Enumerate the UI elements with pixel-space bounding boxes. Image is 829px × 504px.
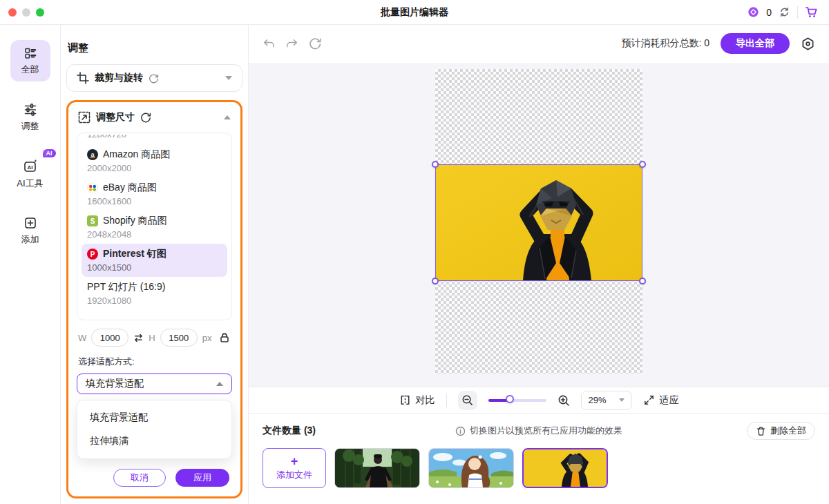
preset-name: Pinterest 钉图 (103, 248, 166, 260)
preset-size: 2000x2000 (87, 163, 222, 173)
redo-icon[interactable] (285, 37, 298, 50)
thumbnail-anime-photo[interactable] (428, 448, 514, 488)
chevron-up-icon[interactable] (224, 115, 231, 119)
fit-mode-value: 填充背景适配 (86, 378, 144, 390)
zoom-out-button[interactable] (458, 391, 477, 410)
fit-mode-select[interactable]: 填充背景适配 (77, 374, 232, 394)
adjust-panel: 调整 裁剪与旋转 调整尺寸 (61, 25, 249, 504)
preset-name: Shopify 商品图 (103, 215, 167, 227)
resize-handle-bottom-left[interactable] (432, 278, 439, 284)
canvas-image[interactable] (436, 165, 642, 280)
zoom-percent-value: 29% (589, 395, 607, 405)
add-files-button[interactable]: + 添加文件 (263, 448, 326, 488)
reset-all-icon[interactable] (308, 37, 322, 50)
reset-resize-icon[interactable] (140, 112, 151, 123)
left-rail: 全部 调整 AI AI AI工具 添加 (0, 25, 61, 504)
masked-person-thumb-art (524, 449, 607, 487)
zoom-percent-select[interactable]: 29% (581, 391, 632, 410)
rail-item-adjust[interactable]: 调整 (10, 97, 50, 138)
fit-mode-label: 选择适配方式: (77, 356, 232, 368)
add-files-label: 添加文件 (276, 469, 312, 481)
unit-label: px (202, 333, 212, 343)
zoom-out-icon (461, 394, 473, 406)
sliders-icon (23, 103, 37, 117)
width-input[interactable] (91, 329, 128, 347)
cart-icon[interactable] (805, 6, 818, 19)
titlebar: 批量图片编辑器 0 (0, 0, 829, 25)
delete-all-button[interactable]: 删除全部 (747, 422, 815, 440)
lock-aspect-icon[interactable] (219, 332, 230, 343)
divider (797, 6, 798, 19)
rail-item-label: 调整 (21, 120, 39, 133)
undo-icon[interactable] (263, 37, 276, 50)
rail-item-add[interactable]: 添加 (10, 210, 50, 251)
svg-text:a: a (90, 151, 95, 158)
svg-text:AI: AI (27, 164, 32, 171)
rail-item-all[interactable]: 全部 (10, 40, 50, 81)
resize-section-header[interactable]: 调整尺寸 (77, 102, 232, 133)
preset-item-pinterest-selected[interactable]: P Pinterest 钉图 1000x1500 (82, 244, 227, 277)
export-settings-icon[interactable] (801, 37, 815, 51)
height-input[interactable] (160, 329, 198, 347)
delete-all-label: 删除全部 (770, 425, 806, 437)
apply-button[interactable]: 应用 (175, 469, 229, 487)
width-label: W (78, 333, 86, 343)
preset-name: PPT 幻灯片 (16:9) (87, 281, 165, 293)
resize-handle-top-left[interactable] (432, 161, 439, 168)
rail-item-ai-tools[interactable]: AI AI AI工具 (10, 153, 50, 195)
reset-crop-icon[interactable] (149, 73, 159, 84)
thumbnail-forest-photo[interactable] (334, 448, 420, 488)
crop-rotate-label: 裁剪与旋转 (95, 72, 143, 84)
fit-view-label: 适应 (660, 394, 679, 407)
preset-item-amazon[interactable]: a Amazon 商品图 2000x2000 (82, 144, 227, 177)
refresh-credits-icon[interactable] (779, 6, 790, 18)
forest-photo-art (335, 449, 419, 487)
chevron-down-icon (619, 398, 625, 402)
pinterest-logo-icon: P (87, 249, 98, 260)
preset-size: 1000x1500 (87, 262, 222, 273)
swap-dimensions-icon[interactable] (133, 333, 144, 343)
preset-item-ppt[interactable]: PPT 幻灯片 (16:9) 1920x1080 (82, 277, 227, 310)
fit-option-stretch[interactable]: 拉伸填满 (77, 429, 231, 453)
masked-person-artwork (436, 165, 642, 280)
canvas-top-toolbar: 预计消耗积分总数: 0 导出全部 (249, 25, 829, 63)
ai-tools-icon: AI (23, 159, 38, 174)
plus-icon: + (291, 456, 298, 467)
fit-screen-icon (643, 394, 655, 406)
fit-option-fill-background[interactable]: 填充背景适配 (77, 406, 231, 429)
preset-name: Amazon 商品图 (103, 148, 170, 161)
shopify-logo-icon: S (87, 215, 98, 226)
height-label: H (149, 333, 155, 343)
anime-photo-art (429, 449, 513, 487)
zoom-slider-handle[interactable] (506, 395, 514, 403)
zoom-slider[interactable] (488, 399, 546, 402)
files-hint: 切换图片以预览所有已应用功能的效果 (455, 425, 622, 437)
cancel-button[interactable]: 取消 (113, 469, 166, 487)
amazon-logo-icon: a (87, 149, 98, 160)
preset-size: 1920x1080 (87, 295, 222, 306)
fit-view-button[interactable]: 适应 (643, 394, 679, 407)
compare-icon (399, 394, 411, 406)
rail-item-label: AI工具 (17, 177, 43, 190)
resize-handle-top-right[interactable] (639, 161, 646, 168)
resize-handle-bottom-right[interactable] (639, 278, 646, 284)
canvas-area (249, 63, 829, 387)
preset-size: 1600x1600 (87, 196, 222, 206)
zoom-in-button[interactable] (558, 394, 570, 407)
width-height-row: W H px (77, 329, 232, 347)
fit-mode-dropdown: 填充背景适配 拉伸填满 (77, 400, 232, 459)
compare-label: 对比 (416, 394, 435, 407)
export-all-button[interactable]: 导出全部 (721, 33, 790, 54)
size-preset-list[interactable]: 1280x720 a Amazon 商品图 2000x2000 (77, 133, 232, 320)
compare-button[interactable]: 对比 (399, 394, 435, 407)
rail-item-label: 全部 (21, 64, 39, 76)
resize-label: 调整尺寸 (96, 111, 135, 124)
preset-item-clipped[interactable]: 1280x720 (82, 135, 227, 144)
thumbnail-masked-person-selected[interactable] (522, 448, 608, 488)
crop-icon (77, 72, 89, 84)
crop-rotate-section[interactable]: 裁剪与旋转 (66, 64, 242, 92)
chevron-down-icon[interactable] (225, 76, 232, 80)
credits-count: 0 (766, 7, 772, 18)
preset-item-shopify[interactable]: S Shopify 商品图 2048x2048 (82, 211, 227, 244)
preset-item-ebay[interactable]: eBay 商品图 1600x1600 (82, 177, 227, 211)
